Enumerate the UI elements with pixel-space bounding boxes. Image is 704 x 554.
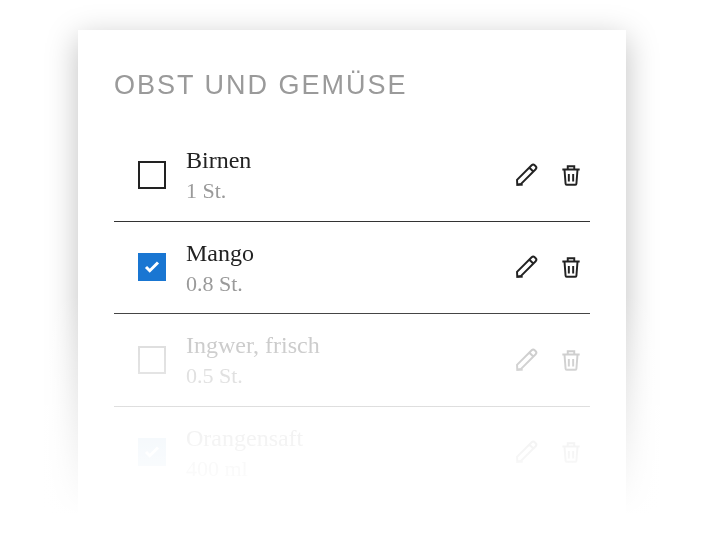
checkbox[interactable] bbox=[138, 253, 166, 281]
shopping-list-card: OBST UND GEMÜSE Birnen 1 St. bbox=[78, 30, 626, 528]
item-name: Ingwer, frisch bbox=[186, 330, 514, 360]
item-actions bbox=[514, 254, 584, 280]
category-title: OBST UND GEMÜSE bbox=[114, 70, 590, 101]
item-quantity: 1 St. bbox=[186, 177, 514, 205]
item-actions bbox=[514, 347, 584, 373]
trash-icon[interactable] bbox=[558, 254, 584, 280]
edit-icon[interactable] bbox=[514, 347, 540, 373]
item-text: Orangensaft 400 ml bbox=[186, 423, 514, 483]
checkbox[interactable] bbox=[138, 161, 166, 189]
list-item: Ingwer, frisch 0.5 St. bbox=[114, 314, 590, 407]
item-quantity: 0.5 St. bbox=[186, 362, 514, 390]
trash-icon[interactable] bbox=[558, 347, 584, 373]
edit-icon[interactable] bbox=[514, 254, 540, 280]
item-text: Ingwer, frisch 0.5 St. bbox=[186, 330, 514, 390]
trash-icon[interactable] bbox=[558, 439, 584, 465]
item-actions bbox=[514, 439, 584, 465]
item-actions bbox=[514, 162, 584, 188]
list-item: Orangensaft 400 ml bbox=[114, 407, 590, 499]
item-quantity: 0.8 St. bbox=[186, 270, 514, 298]
trash-icon[interactable] bbox=[558, 162, 584, 188]
item-text: Mango 0.8 St. bbox=[186, 238, 514, 298]
check-icon bbox=[143, 443, 161, 461]
list-item: Birnen 1 St. bbox=[114, 129, 590, 222]
item-name: Orangensaft bbox=[186, 423, 514, 453]
item-list: Birnen 1 St. Mango 0.8 St. bbox=[114, 129, 590, 498]
item-name: Mango bbox=[186, 238, 514, 268]
checkbox[interactable] bbox=[138, 346, 166, 374]
edit-icon[interactable] bbox=[514, 162, 540, 188]
item-quantity: 400 ml bbox=[186, 455, 514, 483]
checkbox[interactable] bbox=[138, 438, 166, 466]
list-item: Mango 0.8 St. bbox=[114, 222, 590, 315]
edit-icon[interactable] bbox=[514, 439, 540, 465]
check-icon bbox=[143, 258, 161, 276]
item-name: Birnen bbox=[186, 145, 514, 175]
item-text: Birnen 1 St. bbox=[186, 145, 514, 205]
